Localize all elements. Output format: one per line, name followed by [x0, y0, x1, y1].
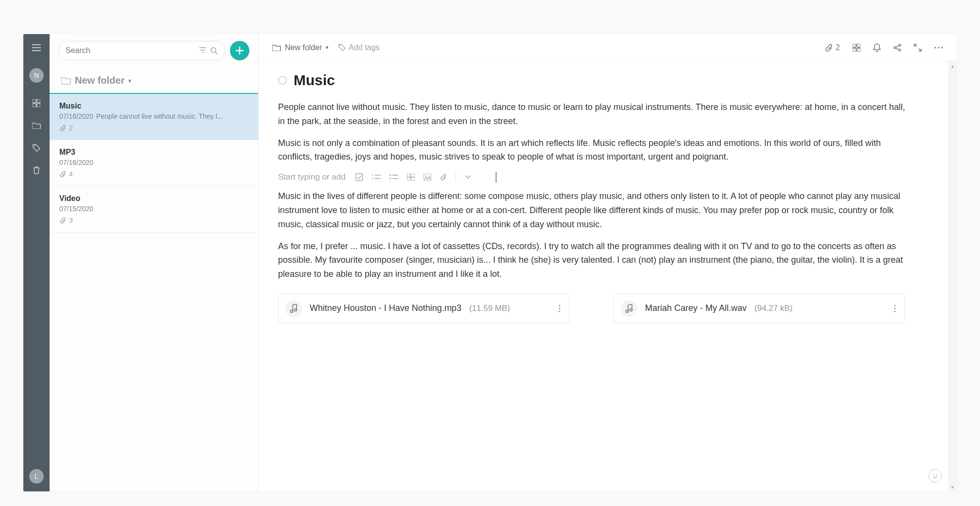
- folder-header[interactable]: New folder ▾: [50, 67, 258, 94]
- svg-point-26: [295, 308, 297, 311]
- table-icon[interactable]: [407, 174, 415, 181]
- user-avatar[interactable]: L: [29, 469, 44, 484]
- paperclip-icon: [59, 217, 66, 224]
- svg-rect-8: [857, 44, 860, 47]
- bell-icon[interactable]: [873, 43, 881, 52]
- svg-rect-0: [33, 99, 36, 103]
- search-box[interactable]: [58, 41, 225, 60]
- attachment-size: (94.27 kB): [754, 304, 792, 313]
- svg-rect-10: [857, 48, 860, 52]
- svg-point-36: [936, 474, 937, 475]
- tag-icon[interactable]: [29, 140, 44, 156]
- emoji-icon[interactable]: [928, 469, 942, 483]
- editor-body[interactable]: Music People cannot live without music. …: [259, 61, 957, 491]
- numbered-list-icon[interactable]: 12: [372, 174, 381, 181]
- attachment-indicator[interactable]: 2: [825, 43, 840, 52]
- svg-point-34: [894, 310, 895, 312]
- note-preview: People cannot live without music. They l…: [96, 112, 223, 120]
- folder-name: New folder: [75, 75, 124, 86]
- image-icon[interactable]: [423, 174, 431, 181]
- note-attach-count: 2: [69, 124, 73, 132]
- note-item-video[interactable]: Video 07/15/2020 3: [50, 186, 258, 233]
- attachment-menu-icon[interactable]: [557, 303, 562, 314]
- list-toolbar: [50, 34, 258, 67]
- filter-icon[interactable]: [199, 47, 206, 54]
- attachment-name: Whitney Houston - I Have Nothing.mp3: [310, 303, 461, 313]
- svg-point-6: [340, 45, 341, 46]
- new-note-button[interactable]: [230, 41, 249, 60]
- separator: [455, 173, 456, 181]
- attachment-count: 2: [836, 43, 840, 52]
- note-title: MP3: [59, 148, 248, 157]
- folder-outline-icon: [61, 77, 71, 85]
- add-tags-label: Add tags: [349, 43, 379, 52]
- attachment-card[interactable]: Whitney Houston - I Have Nothing.mp3 (11…: [278, 294, 570, 323]
- svg-point-24: [425, 176, 426, 177]
- note-date: 07/15/2020: [59, 205, 93, 213]
- note-title: Music: [59, 102, 248, 110]
- svg-rect-9: [853, 48, 856, 52]
- svg-rect-3: [37, 104, 40, 107]
- paragraph[interactable]: People cannot live without music. They l…: [278, 100, 910, 128]
- editor-pane: New folder ▾ Add tags 2: [259, 34, 957, 491]
- scroll-down-icon[interactable]: ▾: [949, 484, 956, 490]
- svg-point-21: [389, 178, 391, 180]
- note-item-mp3[interactable]: MP3 07/16/2020 4: [50, 140, 258, 186]
- svg-point-31: [630, 308, 632, 311]
- svg-point-29: [559, 310, 560, 312]
- note-item-music[interactable]: Music 07/16/2020 People cannot live with…: [50, 94, 258, 140]
- attachment-list: Whitney Houston - I Have Nothing.mp3 (11…: [278, 294, 937, 323]
- note-date: 07/16/2020: [59, 112, 93, 120]
- paperclip-icon: [59, 125, 66, 131]
- svg-point-14: [934, 47, 936, 48]
- trash-icon[interactable]: [29, 163, 44, 178]
- music-note-icon: [621, 300, 637, 317]
- search-input[interactable]: [66, 46, 199, 55]
- hamburger-menu-icon[interactable]: [29, 40, 44, 55]
- chevron-down-icon: ▾: [128, 77, 131, 84]
- document-title[interactable]: Music: [294, 72, 335, 89]
- share-icon[interactable]: [893, 44, 901, 52]
- paperclip-icon: [825, 44, 833, 52]
- expand-icon[interactable]: [914, 44, 922, 52]
- svg-point-15: [938, 47, 939, 48]
- svg-rect-1: [37, 99, 40, 103]
- add-tags-button[interactable]: Add tags: [338, 43, 379, 52]
- svg-point-28: [559, 307, 560, 309]
- insert-toolbar: Start typing or add 12: [278, 172, 937, 182]
- folder-outline-icon: [272, 44, 281, 51]
- scrollbar[interactable]: ▴ ▾: [948, 61, 957, 491]
- dashboard-icon[interactable]: [29, 95, 44, 111]
- svg-point-13: [899, 49, 901, 51]
- svg-point-33: [894, 307, 895, 309]
- svg-point-32: [894, 305, 895, 306]
- workspace-avatar[interactable]: N: [29, 68, 44, 83]
- paragraph[interactable]: Music in the lives of different people i…: [278, 189, 910, 231]
- svg-rect-7: [853, 44, 856, 47]
- note-attach-count: 4: [69, 170, 73, 178]
- paragraph[interactable]: As for me, I prefer ... music. I have a …: [278, 239, 910, 281]
- bullet-list-icon[interactable]: [389, 174, 398, 181]
- search-icon[interactable]: [210, 47, 218, 54]
- svg-text:2: 2: [372, 177, 374, 180]
- svg-rect-17: [356, 174, 363, 181]
- more-icon[interactable]: [934, 47, 943, 49]
- svg-point-20: [389, 175, 391, 176]
- grid-icon[interactable]: [853, 44, 860, 52]
- paperclip-icon[interactable]: [440, 173, 447, 181]
- attachment-name: Mariah Carey - My All.wav: [645, 303, 747, 313]
- scroll-up-icon[interactable]: ▴: [949, 62, 956, 69]
- note-title: Video: [59, 194, 248, 203]
- checkbox-icon[interactable]: [355, 173, 363, 181]
- note-list: Music 07/16/2020 People cannot live with…: [50, 94, 258, 491]
- attachment-card[interactable]: Mariah Carey - My All.wav (94.27 kB): [613, 294, 905, 323]
- paragraph[interactable]: Music is not only a combination of pleas…: [278, 136, 910, 164]
- insert-placeholder: Start typing or add: [278, 172, 346, 182]
- todo-circle-icon[interactable]: [278, 76, 287, 85]
- breadcrumb[interactable]: New folder ▾: [272, 43, 329, 52]
- folder-icon[interactable]: [29, 118, 44, 133]
- note-list-pane: New folder ▾ Music 07/16/2020 People can…: [50, 34, 259, 491]
- chevron-down-icon[interactable]: [465, 175, 472, 180]
- svg-point-27: [559, 305, 560, 306]
- attachment-menu-icon[interactable]: [892, 303, 898, 314]
